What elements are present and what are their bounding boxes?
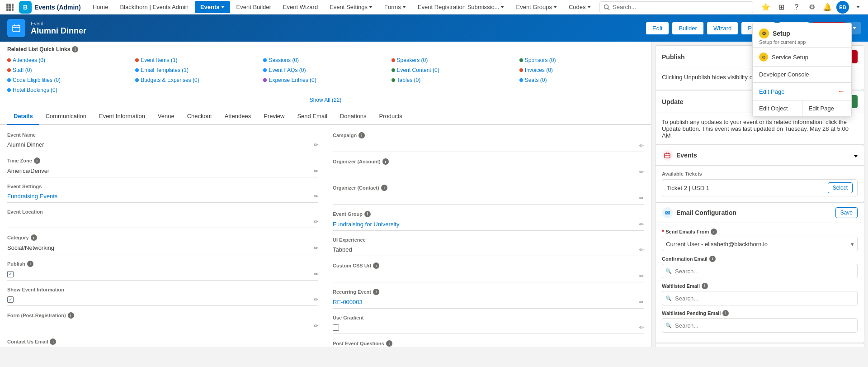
show-all-link[interactable]: Show All (22) (7, 97, 644, 103)
quick-link-invoices[interactable]: Invoices (0) (519, 66, 644, 74)
wizard-button[interactable]: Wizard (707, 22, 738, 35)
event-settings-link[interactable]: Fundraising Events (7, 193, 57, 200)
quick-link-speakers[interactable]: Speakers (0) (392, 56, 516, 64)
show-event-info-checkbox[interactable] (7, 296, 14, 303)
quick-link-expense-entries[interactable]: Expense Entries (0) (263, 76, 387, 84)
nav-tab-event-builder[interactable]: Event Builder (231, 1, 277, 13)
edit-publish-icon[interactable]: ✏ (314, 271, 318, 277)
nav-tab-blackthorn[interactable]: Blackthorn | Events Admin (114, 1, 194, 13)
dropdown-service-setup[interactable]: ⚙ Service Setup (753, 48, 851, 66)
organizer-account-info-icon[interactable]: i (382, 158, 389, 165)
search-input[interactable] (613, 4, 749, 10)
confirmation-email-input[interactable] (662, 264, 858, 278)
category-info-icon[interactable]: i (31, 234, 37, 241)
waitlisted-pending-input[interactable] (662, 318, 858, 333)
custom-css-info-icon[interactable]: i (373, 262, 379, 269)
recurring-event-info-icon[interactable]: i (373, 289, 379, 295)
time-zone-info-icon[interactable]: i (34, 157, 40, 164)
publish-checkbox[interactable] (7, 271, 14, 277)
search-bar[interactable] (599, 1, 753, 13)
quick-link-tables[interactable]: Tables (0) (392, 76, 516, 84)
edit-recurring-event-icon[interactable]: ✏ (639, 299, 644, 305)
nav-tab-event-settings[interactable]: Event Settings (324, 1, 378, 13)
quick-link-email-templates[interactable]: Email Templates (1) (135, 66, 259, 74)
publish-info-icon[interactable]: i (27, 261, 33, 267)
edit-use-gradient-icon[interactable]: ✏ (639, 324, 644, 331)
waitlisted-email-input[interactable] (662, 291, 858, 305)
confirmation-email-info-icon[interactable]: i (709, 256, 716, 262)
edit-custom-css-icon[interactable]: ✏ (639, 273, 644, 279)
events-card-chevron[interactable] (854, 152, 858, 159)
nav-tab-codes[interactable]: Codes (563, 1, 596, 13)
dropdown-edit-page-second[interactable]: Edit Page (802, 100, 852, 116)
nav-tab-event-wizard[interactable]: Event Wizard (278, 1, 323, 13)
edit-event-name-icon[interactable]: ✏ (314, 142, 318, 148)
tab-event-information[interactable]: Event Information (93, 108, 151, 125)
quick-link-seats[interactable]: Seats (0) (519, 76, 644, 84)
setup-icon[interactable]: ⚙ (806, 1, 818, 14)
select-ticket-button[interactable]: Select (828, 182, 853, 193)
tab-checkout[interactable]: Checkout (181, 108, 218, 125)
organizer-contact-info-icon[interactable]: i (381, 185, 387, 191)
edit-show-event-info-icon[interactable]: ✏ (314, 296, 318, 303)
send-from-select[interactable]: Current User - elisabeth@blackthorn.io (662, 237, 858, 251)
tab-send-email[interactable]: Send Email (291, 108, 333, 125)
attendees-card-header[interactable]: Attendees (0) (656, 343, 864, 347)
waitlisted-pending-info-icon[interactable]: i (722, 310, 729, 316)
quick-link-sponsors[interactable]: Sponsors (0) (519, 56, 644, 64)
quick-link-event-items[interactable]: Event Items (1) (135, 56, 259, 64)
tab-venue[interactable]: Venue (151, 108, 181, 125)
nav-tab-event-groups[interactable]: Event Groups (510, 1, 562, 13)
contact-email-info-icon[interactable]: i (50, 338, 56, 345)
dropdown-edit-object[interactable]: Edit Object (753, 100, 802, 116)
quick-link-sessions[interactable]: Sessions (0) (263, 56, 387, 64)
quick-link-attendees[interactable]: Attendees (0) (7, 56, 132, 64)
bell-icon[interactable]: 🔔 (821, 1, 834, 14)
email-config-save-button[interactable]: Save (835, 207, 858, 218)
use-gradient-checkbox[interactable] (333, 324, 339, 331)
edit-ui-experience-icon[interactable]: ✏ (639, 247, 644, 253)
edit-time-zone-icon[interactable]: ✏ (314, 168, 318, 174)
tab-attendees[interactable]: Attendees (218, 108, 258, 125)
tab-communication[interactable]: Communication (39, 108, 93, 125)
nav-tab-events[interactable]: Events (195, 1, 230, 13)
edit-organizer-account-icon[interactable]: ✏ (639, 169, 644, 175)
send-from-info-icon[interactable]: i (711, 229, 717, 235)
favorites-icon[interactable]: ⭐ (760, 1, 772, 14)
edit-category-icon[interactable]: ✏ (314, 245, 318, 251)
nav-tab-forms[interactable]: Forms (379, 1, 411, 13)
dropdown-edit-page[interactable]: Edit Page ← (753, 83, 851, 100)
quick-link-code-eligibilities[interactable]: Code Eligibilities (0) (7, 76, 132, 84)
tab-details[interactable]: Details (7, 108, 39, 125)
edit-organizer-contact-icon[interactable]: ✏ (639, 195, 644, 201)
event-group-link[interactable]: Fundraising for University (333, 221, 399, 228)
quick-link-event-content[interactable]: Event Content (0) (392, 66, 516, 74)
help-icon[interactable]: ? (790, 1, 803, 14)
grid-icon[interactable]: ⊞ (775, 1, 788, 14)
quick-link-event-faqs[interactable]: Event FAQs (0) (263, 66, 387, 74)
post-event-info-icon[interactable]: i (386, 340, 392, 347)
avatar[interactable]: EB (836, 1, 849, 14)
quick-links-info-icon[interactable]: i (72, 46, 78, 52)
builder-button[interactable]: Builder (672, 22, 703, 35)
event-group-info-icon[interactable]: i (364, 211, 371, 217)
edit-event-group-icon[interactable]: ✏ (639, 221, 644, 228)
quick-link-hotel-bookings[interactable]: Hotel Bookings (0) (7, 86, 132, 94)
edit-form-post-icon[interactable]: ✏ (314, 323, 318, 329)
form-post-info-icon[interactable]: i (68, 312, 74, 319)
chevron-down-icon[interactable] (852, 1, 864, 14)
edit-button[interactable]: Edit (646, 22, 669, 35)
quick-link-budgets[interactable]: Budgets & Expenses (0) (135, 76, 259, 84)
app-launcher-icon[interactable] (4, 1, 16, 14)
quick-link-staff[interactable]: Staff (0) (7, 66, 132, 74)
edit-campaign-icon[interactable]: ✏ (639, 143, 644, 149)
tab-preview[interactable]: Preview (257, 108, 291, 125)
waitlisted-email-info-icon[interactable]: i (702, 283, 708, 289)
tab-products[interactable]: Products (373, 108, 408, 125)
tab-donations[interactable]: Donations (334, 108, 373, 125)
nav-tab-home[interactable]: Home (87, 1, 114, 13)
dropdown-developer-console[interactable]: Developer Console (753, 67, 851, 82)
edit-event-settings-icon[interactable]: ✏ (314, 193, 318, 200)
recurring-event-link[interactable]: RE-000003 (333, 299, 363, 305)
campaign-info-icon[interactable]: i (359, 132, 365, 138)
